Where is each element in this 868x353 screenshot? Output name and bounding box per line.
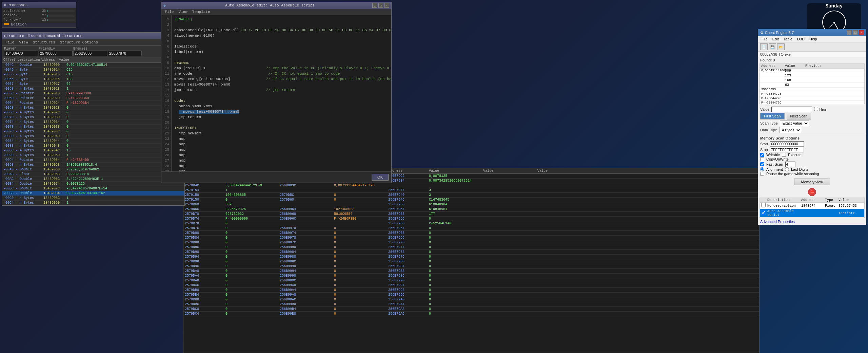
- aa-menu-template[interactable]: Template: [190, 10, 212, 14]
- ce-stop-red-button[interactable]: ⛔: [808, 188, 816, 196]
- table-row: -00A8 – Float18439068: 0,998933814: [2, 172, 184, 177]
- table-row: 2579D880256B997C0256B79700: [183, 240, 759, 245]
- large-memory-table[interactable]: Address Value (Col1) Value (Col2) Value …: [183, 168, 760, 353]
- aa-win-controls: _ □ ×: [372, 3, 389, 8]
- processes-title: Processes: [7, 3, 27, 7]
- ce-hex-checkbox[interactable]: [814, 107, 818, 111]
- clock-minute-hand: [828, 22, 834, 30]
- table-row: 2579D840256B99780256B796C0: [183, 236, 759, 240]
- enemies-input[interactable]: [73, 51, 107, 56]
- ce-menu-d3d[interactable]: D3D: [795, 37, 807, 41]
- ce-tb-btn-3[interactable]: 📂: [777, 43, 785, 50]
- ce-value-input[interactable]: [771, 107, 812, 112]
- table-row: -00B4 – Double18439074: 0,0078125: [2, 182, 184, 186]
- ce-close-btn[interactable]: ×: [859, 30, 864, 35]
- ce-alignment-row: Alignment Last Digits: [760, 167, 864, 171]
- offset-table[interactable]: -004C – Double18439000: 0,02463026714710…: [2, 63, 184, 205]
- ce-bt-col-value: Value: [839, 198, 855, 202]
- ce-cow-checkbox[interactable]: [760, 157, 764, 161]
- table-row: -0049 – Byte18439014: C15: [2, 68, 184, 72]
- ce-memory-scan-section: Memory Scan Options Start Stop Writable …: [758, 135, 866, 177]
- ce-data-type-select[interactable]: 4 Bytes: [779, 127, 801, 133]
- ce-fast-scan-checkbox[interactable]: [760, 162, 764, 166]
- ce-bottom-table[interactable]: Description Address Type Value No descri…: [760, 198, 865, 218]
- aa-minimize-btn[interactable]: _: [372, 3, 377, 8]
- ce-minimize-btn[interactable]: _: [847, 30, 852, 35]
- process-name-3: (unknown): [3, 18, 36, 22]
- bt-row-1-desc: No description: [767, 204, 801, 208]
- table-row: 2579D70628732032256B99685810C9584256B795…: [183, 212, 759, 217]
- ce-bt-col-addr: Address: [801, 198, 825, 202]
- processes-icon: ⚙: [4, 3, 6, 7]
- player-input[interactable]: [4, 51, 38, 56]
- clock-hour-hand: [834, 22, 838, 29]
- bt-row-2-checkbox[interactable]: [761, 210, 766, 215]
- process-name-2: abclock: [3, 14, 36, 17]
- extra-input[interactable]: [108, 51, 142, 56]
- table-row: -00BC – Double1843907C: -8,4224185784087…: [2, 186, 184, 191]
- aa-menu-file[interactable]: File: [163, 10, 176, 14]
- bt-row-1-checkbox[interactable]: [761, 203, 766, 207]
- ce-value-label: Value: [760, 107, 769, 111]
- ce-menu-table[interactable]: Table: [782, 37, 794, 41]
- line-numbers: 12345 678910 1112131415 1617181920 21222…: [161, 15, 172, 171]
- ce-fast-scan-input[interactable]: [785, 162, 795, 167]
- ce-start-input[interactable]: [770, 141, 804, 147]
- table-row-selected[interactable]: -00B8 – Double18439084: 0,00774961937447…: [2, 191, 184, 196]
- ce-bt-header: Description Address Type Value: [760, 198, 864, 203]
- ce-scan-type-row: Scan Type Exact Value: [760, 120, 864, 126]
- aa-ok-button[interactable]: OK: [372, 174, 389, 181]
- table-row: 2579D74P->00000000256B996CP->24E6F3E0256…: [183, 217, 759, 221]
- ce-advanced-properties[interactable]: Advanced Properties: [758, 219, 866, 225]
- aa-maximize-btn[interactable]: □: [378, 3, 383, 8]
- ce-data-type-label: Data Type: [760, 128, 777, 132]
- ce-icon: ⚙: [760, 31, 764, 35]
- ce-alignment-radio[interactable]: [760, 167, 764, 171]
- ce-addr-header: Address Value Previous: [760, 64, 864, 69]
- structure-menu-file[interactable]: File: [3, 40, 16, 45]
- ce-maximize-btn[interactable]: □: [853, 30, 858, 35]
- ce-tb-btn-2[interactable]: 💾: [769, 43, 776, 50]
- ce-menu-file[interactable]: File: [760, 37, 770, 41]
- ce-scan-btns-row: First Scan Next Scan: [760, 113, 864, 119]
- ce-fast-scan-row: Fast Scan: [760, 162, 864, 167]
- process-item-2: abclock 2%: [3, 13, 75, 18]
- ce-memory-view-button[interactable]: Memory view: [794, 179, 830, 185]
- aa-menu-view[interactable]: View: [176, 10, 189, 14]
- friendly-input[interactable]: [39, 51, 73, 56]
- table-row: 2579D940256B99880256B797C0: [183, 255, 759, 259]
- table-row: 2579D780256B7960P->2564F1A0: [183, 221, 759, 226]
- table-row: 2579D8C0256B99800256B79740: [183, 245, 759, 250]
- extra-field-group: [108, 47, 142, 56]
- ce-execute-checkbox[interactable]: [782, 153, 786, 157]
- ce-writable-checkbox[interactable]: [760, 153, 764, 157]
- structure-menu-structures[interactable]: Structures: [31, 40, 57, 45]
- ce-next-scan-button[interactable]: Next Scan: [787, 113, 811, 119]
- ce-scan-type-select[interactable]: Exact Value: [780, 120, 809, 126]
- ce-menu-help[interactable]: Help: [807, 37, 819, 41]
- ce-first-scan-button[interactable]: First Scan: [760, 113, 785, 119]
- aa-close-btn[interactable]: ×: [384, 3, 389, 8]
- aa-menu-bar: File View Template: [161, 9, 391, 15]
- list-item: P->2584472C: [760, 101, 864, 104]
- table-row: 25791541256B79443: [183, 188, 759, 193]
- ce-start-label: Start: [760, 142, 768, 146]
- ce-tb-btn-1[interactable]: 📄: [760, 43, 768, 50]
- structure-menu-view[interactable]: View: [17, 40, 30, 45]
- table-row: 2579D6C3225679826256B99641027408023256B7…: [183, 207, 759, 212]
- ce-address-list[interactable]: Address Value Previous 0,03349114206D09 …: [760, 63, 865, 104]
- structure-menu-options[interactable]: Structure Options: [58, 40, 100, 45]
- ce-alignment-label: Alignment: [766, 167, 783, 171]
- ce-last-digits-radio[interactable]: [785, 167, 789, 171]
- table-row-selected[interactable]: Auto Assemble script <script>: [760, 209, 864, 218]
- ce-menu-edit[interactable]: Edit: [770, 37, 781, 41]
- table-row: No description 18439F4 Float 367,67453: [760, 203, 864, 209]
- code-editor[interactable]: 12345 678910 1112131415 1617181920 21222…: [161, 15, 391, 171]
- list-item: 35883353: [760, 88, 864, 92]
- bt-row-1-addr: 18439F4: [801, 204, 825, 208]
- code-content[interactable]: [ENABLE] aobscanmodule(INJECT,Game.dll,C…: [172, 15, 391, 171]
- table-row: -00C4 – 4 Bytes18439090: 1: [2, 201, 184, 205]
- ce-pause-checkbox[interactable]: [760, 172, 764, 176]
- ce-stop-input[interactable]: [770, 147, 804, 152]
- ce-bt-col-desc: Description: [767, 198, 801, 202]
